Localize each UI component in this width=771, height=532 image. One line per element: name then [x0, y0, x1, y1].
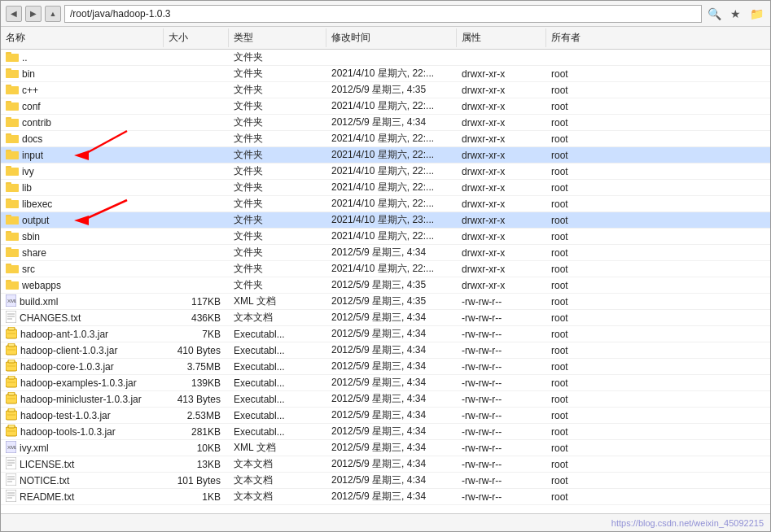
- file-size-cell: 10KB: [164, 440, 229, 456]
- file-row[interactable]: webapps文件夹2012/5/9 星期三, 4:35drwxr-xr-xro…: [1, 277, 770, 294]
- file-type-cell: 文件夹: [229, 277, 326, 293]
- file-size-cell: 13KB: [164, 456, 229, 472]
- file-size-cell: [164, 164, 229, 179]
- file-row[interactable]: src文件夹2021/4/10 星期六, 22:...drwxr-xr-xroo…: [1, 261, 770, 277]
- file-type-cell: 文件夹: [229, 212, 326, 228]
- file-row[interactable]: LICENSE.txt13KB文本文档2012/5/9 星期三, 4:34-rw…: [1, 456, 770, 473]
- file-size-cell: 413 Bytes: [164, 391, 229, 407]
- file-name-text: build.xml: [20, 296, 58, 307]
- file-row[interactable]: hadoop-ant-1.0.3.jar7KBExecutabl...2012/…: [1, 326, 770, 342]
- svg-rect-44: [6, 281, 19, 290]
- file-owner-cell: root: [546, 473, 611, 488]
- file-type-cell: 文件夹: [229, 131, 326, 146]
- column-header: 名称 大小 类型 修改时间 属性 所有者: [1, 27, 770, 50]
- file-row[interactable]: CHANGES.txt436KB文本文档2012/5/9 星期三, 4:34-r…: [1, 310, 770, 326]
- file-row[interactable]: hadoop-test-1.0.3.jar2.53MBExecutabl...2…: [1, 408, 770, 424]
- file-size-cell: 2.53MB: [164, 408, 229, 423]
- file-size-cell: 436KB: [164, 310, 229, 325]
- file-row[interactable]: XML ivy.xml10KBXML 文档2012/5/9 星期三, 4:34-…: [1, 440, 770, 456]
- file-row[interactable]: NOTICE.txt101 Bytes文本文档2012/5/9 星期三, 4:3…: [1, 473, 770, 489]
- file-name-text: libexec: [22, 198, 52, 210]
- file-modified-cell: 2021/4/10 星期六, 23:...: [326, 212, 457, 228]
- file-owner-cell: root: [546, 424, 611, 439]
- file-row[interactable]: XML build.xml117KBXML 文档2012/5/9 星期三, 4:…: [1, 294, 770, 310]
- file-name-cell: hadoop-client-1.0.3.jar: [1, 342, 164, 358]
- file-name-cell: input: [1, 147, 164, 163]
- up-button[interactable]: ▲: [45, 6, 61, 22]
- file-attr-cell: drwxr-xr-x: [457, 229, 546, 244]
- svg-rect-58: [8, 360, 15, 363]
- file-owner-cell: root: [546, 229, 611, 244]
- file-row[interactable]: README.txt1KB文本文档2012/5/9 星期三, 4:34-rw-r…: [1, 489, 770, 505]
- col-owner[interactable]: 所有者: [546, 28, 611, 47]
- col-modified[interactable]: 修改时间: [326, 28, 457, 47]
- file-name-cell: hadoop-minicluster-1.0.3.jar: [1, 391, 164, 407]
- folder-icon: [6, 51, 19, 64]
- file-size-cell: [164, 261, 229, 277]
- file-size-cell: 101 Bytes: [164, 473, 229, 488]
- address-bar[interactable]: /root/java/hadoop-1.0.3: [64, 5, 702, 23]
- file-row[interactable]: bin文件夹2021/4/10 星期六, 22:...drwxr-xr-xroo…: [1, 66, 770, 82]
- folder-icon: [6, 100, 19, 113]
- file-row[interactable]: hadoop-tools-1.0.3.jar281KBExecutabl...2…: [1, 424, 770, 440]
- file-type-cell: 文件夹: [229, 82, 326, 98]
- txt-file-icon: [6, 457, 16, 472]
- file-row[interactable]: hadoop-client-1.0.3.jar410 BytesExecutab…: [1, 342, 770, 359]
- file-owner-cell: root: [546, 440, 611, 456]
- file-attr-cell: drwxr-xr-x: [457, 66, 546, 81]
- file-row[interactable]: conf文件夹2021/4/10 星期六, 22:...drwxr-xr-xro…: [1, 98, 770, 115]
- file-type-cell: 文本文档: [229, 310, 326, 325]
- folder-icon: [6, 181, 19, 194]
- file-name-cell: hadoop-tools-1.0.3.jar: [1, 424, 164, 439]
- file-row[interactable]: sbin文件夹2021/4/10 星期六, 22:...drwxr-xr-xro…: [1, 229, 770, 245]
- file-row[interactable]: contrib文件夹2012/5/9 星期三, 4:34drwxr-xr-xro…: [1, 115, 770, 131]
- col-name[interactable]: 名称: [1, 28, 164, 47]
- file-owner-cell: root: [546, 98, 611, 114]
- file-row[interactable]: ivy文件夹2021/4/10 星期六, 22:...drwxr-xr-xroo…: [1, 164, 770, 180]
- file-name-cell: contrib: [1, 115, 164, 130]
- file-row[interactable]: ..文件夹: [1, 50, 770, 66]
- col-attr[interactable]: 属性: [457, 28, 546, 47]
- file-name-cell: hadoop-test-1.0.3.jar: [1, 408, 164, 423]
- file-row[interactable]: input文件夹2021/4/10 星期六, 22:...drwxr-xr-xr…: [1, 147, 770, 164]
- file-size-cell: 410 Bytes: [164, 342, 229, 358]
- file-type-cell: Executabl...: [229, 359, 326, 374]
- file-type-cell: 文件夹: [229, 66, 326, 81]
- file-row[interactable]: hadoop-examples-1.0.3.jar139KBExecutabl.…: [1, 375, 770, 391]
- col-size[interactable]: 大小: [164, 28, 229, 47]
- file-row[interactable]: output文件夹2021/4/10 星期六, 23:...drwxr-xr-x…: [1, 212, 770, 229]
- toolbar: ◀ ▶ ▲ /root/java/hadoop-1.0.3 🔍 ★ 📁: [1, 1, 770, 27]
- file-name-text: hadoop-ant-1.0.3.jar: [20, 329, 108, 340]
- search-button[interactable]: 🔍: [705, 5, 723, 23]
- file-owner-cell: root: [546, 180, 611, 195]
- bookmark-button[interactable]: ★: [726, 5, 744, 23]
- file-modified-cell: 2012/5/9 星期三, 4:34: [326, 310, 457, 325]
- file-size-cell: [164, 196, 229, 211]
- back-button[interactable]: ◀: [6, 6, 22, 22]
- forward-button[interactable]: ▶: [25, 6, 42, 22]
- file-attr-cell: -rw-rw-r--: [457, 310, 546, 325]
- file-row[interactable]: libexec文件夹2021/4/10 星期六, 22:...drwxr-xr-…: [1, 196, 770, 212]
- jar-file-icon: [6, 327, 17, 342]
- file-modified-cell: 2021/4/10 星期六, 22:...: [326, 180, 457, 195]
- file-type-cell: 文件夹: [229, 115, 326, 130]
- file-row[interactable]: docs文件夹2021/4/10 星期六, 22:...drwxr-xr-xro…: [1, 131, 770, 147]
- svg-rect-14: [6, 119, 19, 127]
- file-row[interactable]: c++文件夹2012/5/9 星期三, 4:35drwxr-xr-xroot: [1, 82, 770, 98]
- file-owner-cell: root: [546, 82, 611, 98]
- svg-rect-11: [6, 102, 19, 111]
- svg-rect-8: [6, 86, 19, 94]
- file-row[interactable]: hadoop-core-1.0.3.jar3.75MBExecutabl...2…: [1, 359, 770, 375]
- file-owner-cell: root: [546, 342, 611, 358]
- file-row[interactable]: hadoop-minicluster-1.0.3.jar413 BytesExe…: [1, 391, 770, 408]
- col-type[interactable]: 类型: [229, 28, 326, 47]
- folder-button[interactable]: 📁: [747, 5, 765, 23]
- file-attr-cell: drwxr-xr-x: [457, 115, 546, 130]
- svg-text:XML: XML: [7, 299, 16, 303]
- file-attr-cell: drwxr-xr-x: [457, 277, 546, 293]
- file-size-cell: [164, 115, 229, 130]
- svg-rect-32: [6, 216, 19, 225]
- file-row[interactable]: lib文件夹2021/4/10 星期六, 22:...drwxr-xr-xroo…: [1, 180, 770, 196]
- svg-rect-35: [6, 233, 19, 241]
- file-row[interactable]: share文件夹2012/5/9 星期三, 4:34drwxr-xr-xroot: [1, 245, 770, 261]
